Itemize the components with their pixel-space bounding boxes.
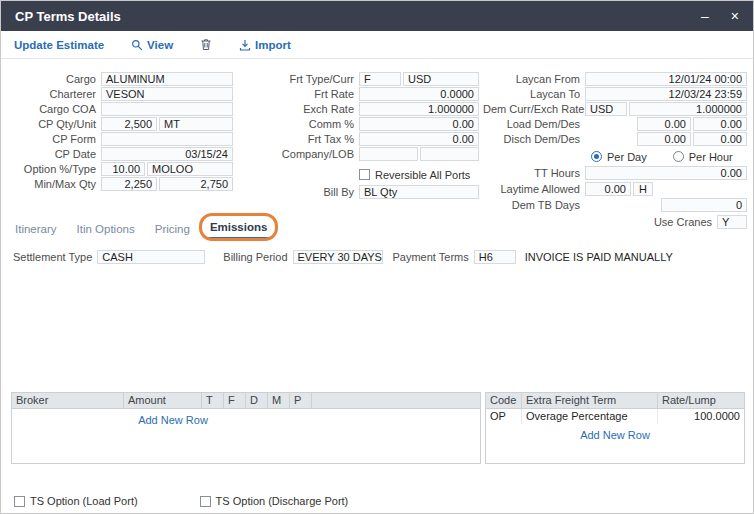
delete-button[interactable] <box>200 38 212 51</box>
bill-by-field[interactable]: BL Qty <box>359 185 479 199</box>
cp-date-row: CP Date 03/15/24 <box>11 146 233 161</box>
charterer-field[interactable]: VESON <box>101 87 233 101</box>
frt-type-field[interactable]: F <box>359 72 401 86</box>
bill-by-row: Bill By BL Qty <box>239 184 479 199</box>
payment-terms-label: Payment Terms <box>393 251 474 263</box>
exfrt-cell-code[interactable]: OP <box>486 409 522 424</box>
lob-field[interactable] <box>420 147 479 161</box>
per-hour-option[interactable]: Per Hour <box>673 151 733 163</box>
frt-tax-pct-row: Frt Tax % 0.00 <box>239 131 479 146</box>
cargo-field[interactable]: ALUMINUM <box>101 72 233 86</box>
company-field[interactable] <box>359 147 418 161</box>
min-qty-field[interactable]: 2,250 <box>101 177 157 191</box>
update-estimate-label: Update Estimate <box>14 39 104 51</box>
billing-period-label: Billing Period <box>223 251 292 263</box>
charterer-row: Charterer VESON <box>11 86 233 101</box>
frt-curr-field[interactable]: USD <box>403 72 479 86</box>
laytime-unit-field[interactable]: H <box>633 182 653 196</box>
import-button[interactable]: Import <box>239 39 291 51</box>
extra-freight-table: Code Extra Freight Term Rate/Lump OP Ove… <box>485 392 745 464</box>
titlebar: CP Terms Details – × <box>1 1 753 31</box>
cp-terms-details-window: CP Terms Details – × Update Estimate Vie… <box>0 0 754 514</box>
frt-rate-row: Frt Rate 0.0000 <box>239 86 479 101</box>
cp-qty-unit-row: CP Qty/Unit 2,500 MT <box>11 116 233 131</box>
per-day-radio[interactable] <box>591 151 602 162</box>
broker-header-t: T <box>202 393 224 408</box>
cp-date-field[interactable]: 03/15/24 <box>101 147 233 161</box>
exfrt-cell-rate[interactable]: 100.0000 <box>658 409 744 424</box>
ts-load-port-label: TS Option (Load Port) <box>30 495 138 507</box>
tab-pricing[interactable]: Pricing <box>153 221 192 239</box>
tab-emissions[interactable]: Emissions <box>208 219 270 239</box>
cp-qty-field[interactable]: 2,500 <box>101 117 157 131</box>
frt-rate-field[interactable]: 0.0000 <box>359 87 479 101</box>
frt-rate-label: Frt Rate <box>239 88 359 100</box>
tt-hours-field[interactable]: 0.00 <box>585 166 747 180</box>
cp-form-field[interactable] <box>101 132 233 146</box>
ts-option-load-port[interactable]: TS Option (Load Port) <box>14 495 138 507</box>
reversible-all-ports-checkbox[interactable] <box>359 169 370 180</box>
exfrt-header-term: Extra Freight Term <box>522 393 658 408</box>
ts-load-port-checkbox[interactable] <box>14 496 25 507</box>
payment-terms-code-field[interactable]: H6 <box>474 250 516 264</box>
min-max-qty-label: Min/Max Qty <box>11 178 101 190</box>
laycan-to-field[interactable]: 12/03/24 23:59 <box>585 87 747 101</box>
cp-date-label: CP Date <box>11 148 101 160</box>
dem-exch-rate-field[interactable]: 1.000000 <box>629 102 747 116</box>
exfrt-add-new-row-link[interactable]: Add New Row <box>486 429 744 441</box>
minimize-icon[interactable]: – <box>701 9 709 23</box>
load-dem-des-row: Load Dem/Des 0.00 0.00 <box>483 116 747 131</box>
per-day-option[interactable]: Per Day <box>591 151 647 163</box>
frt-tax-pct-field[interactable]: 0.00 <box>359 132 479 146</box>
ts-discharge-port-checkbox[interactable] <box>200 496 211 507</box>
disch-des-field[interactable]: 0.00 <box>693 132 747 146</box>
billing-period-field[interactable]: EVERY 30 DAYS <box>293 250 383 264</box>
comm-pct-field[interactable]: 0.00 <box>359 117 479 131</box>
cargo-coa-field[interactable] <box>101 102 233 116</box>
dem-curr-field[interactable]: USD <box>585 102 627 116</box>
trash-icon <box>200 38 212 51</box>
tab-itinerary[interactable]: Itinerary <box>13 221 59 239</box>
exch-rate-field[interactable]: 1.000000 <box>359 102 479 116</box>
ts-option-discharge-port[interactable]: TS Option (Discharge Port) <box>200 495 349 507</box>
load-des-field[interactable]: 0.00 <box>693 117 747 131</box>
exch-rate-label: Exch Rate <box>239 103 359 115</box>
laytime-allowed-row: Laytime Allowed 0.00 H <box>483 181 747 196</box>
cp-unit-field[interactable]: MT <box>159 117 233 131</box>
laycan-from-label: Laycan From <box>483 73 585 85</box>
per-day-label: Per Day <box>607 151 647 163</box>
frt-type-curr-label: Frt Type/Curr <box>239 73 359 85</box>
broker-add-new-row-link[interactable]: Add New Row <box>12 414 334 426</box>
per-hour-label: Per Hour <box>689 151 733 163</box>
load-dem-field[interactable]: 0.00 <box>637 117 691 131</box>
cargo-coa-row: Cargo COA <box>11 101 233 116</box>
per-hour-radio[interactable] <box>673 151 684 162</box>
max-qty-field[interactable]: 2,750 <box>159 177 233 191</box>
exfrt-cell-term[interactable]: Overage Percentage <box>522 409 658 424</box>
middle-form-column: Frt Type/Curr F USD Frt Rate 0.0000 Exch… <box>239 71 479 199</box>
laycan-to-row: Laycan To 12/03/24 23:59 <box>483 86 747 101</box>
close-icon[interactable]: × <box>731 9 739 23</box>
toolbar: Update Estimate View Import <box>1 31 753 59</box>
use-cranes-field[interactable]: Y <box>717 215 747 229</box>
reversible-all-ports-row: Reversible All Ports <box>359 167 479 182</box>
exch-rate-row: Exch Rate 1.000000 <box>239 101 479 116</box>
dem-tb-days-field[interactable]: 0 <box>661 198 747 212</box>
option-pct-field[interactable]: 10.00 <box>101 162 145 176</box>
load-dem-des-label: Load Dem/Des <box>483 118 585 130</box>
company-lob-label: Company/LOB <box>239 148 359 160</box>
view-button[interactable]: View <box>131 39 173 51</box>
settlement-type-field[interactable]: CASH <box>97 250 205 264</box>
laycan-from-field[interactable]: 12/01/24 00:00 <box>585 72 747 86</box>
tab-itin-options[interactable]: Itin Options <box>75 221 137 239</box>
disch-dem-field[interactable]: 0.00 <box>637 132 691 146</box>
left-form-column: Cargo ALUMINUM Charterer VESON Cargo COA… <box>11 71 233 191</box>
laytime-allowed-field[interactable]: 0.00 <box>585 182 631 196</box>
broker-header-broker: Broker <box>12 393 124 408</box>
table-row[interactable]: OP Overage Percentage 100.0000 <box>486 409 744 424</box>
update-estimate-button[interactable]: Update Estimate <box>14 39 104 51</box>
option-type-field[interactable]: MOLOO <box>147 162 233 176</box>
charterer-label: Charterer <box>11 88 101 100</box>
cargo-label: Cargo <box>11 73 101 85</box>
dem-curr-exch-rate-row: Dem Curr/Exch Rate USD 1.000000 <box>483 101 747 116</box>
